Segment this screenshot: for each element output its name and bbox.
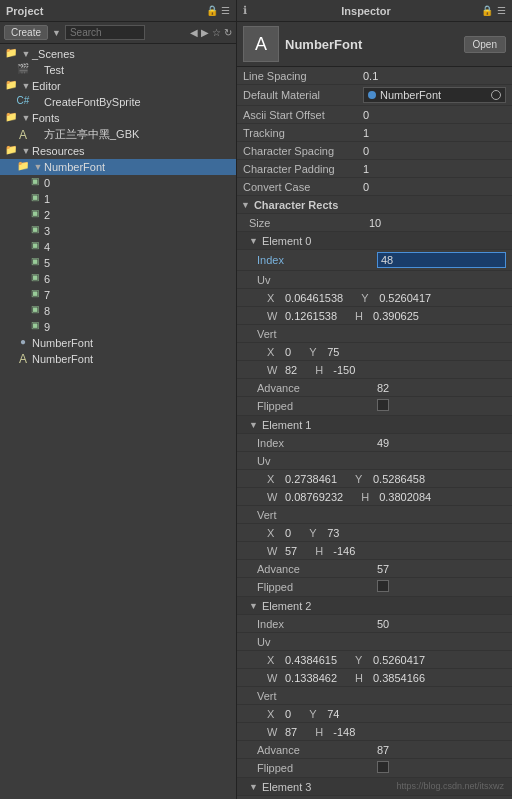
tree-item-num8[interactable]: ▣ 8 [0, 303, 236, 319]
tree-item-num4[interactable]: ▣ 4 [0, 239, 236, 255]
navigate-back-icon[interactable]: ◀ [190, 27, 198, 38]
inspector-icon-left: ℹ [243, 4, 247, 17]
prop-value-advance-1: 57 [377, 563, 506, 575]
sprite-icon: ▣ [28, 224, 42, 238]
tree-item-resources[interactable]: 📁 ▼ Resources [0, 143, 236, 159]
tree-item-num3[interactable]: ▣ 3 [0, 223, 236, 239]
script-icon: C# [16, 95, 30, 109]
tree-item-numberfont-font[interactable]: A NumberFont [0, 351, 236, 367]
lock-inspector-icon[interactable]: 🔒 [481, 5, 493, 16]
watermark: https://blog.csdn.net/itsxwz [396, 781, 504, 791]
inspector-header-icons: 🔒 ☰ [481, 5, 506, 16]
vert-xy-1: X 0 Y 73 [237, 524, 512, 542]
prop-advance-1: Advance 57 [237, 560, 512, 578]
element-1-header[interactable]: ▼ Element 1 [237, 416, 512, 434]
tree-item-scenes[interactable]: 📁 ▼ _Scenes [0, 46, 236, 62]
create-arrow-icon: ▼ [52, 28, 61, 38]
prop-label-index-0: Index [257, 254, 377, 266]
tree-item-num0[interactable]: ▣ 0 [0, 175, 236, 191]
prop-value-ascii-start-offset: 0 [363, 109, 506, 121]
vert-xy-0: X 0 Y 75 [237, 343, 512, 361]
left-panel: Project 🔒 ☰ Create ▼ ◀ ▶ ☆ ↻ 📁 ▼ _Scenes… [0, 0, 237, 799]
prop-value-flipped-1 [377, 580, 506, 594]
prop-value-index-2: 50 [377, 618, 506, 630]
element-2-header[interactable]: ▼ Element 2 [237, 597, 512, 615]
prop-line-spacing: Line Spacing 0.1 [237, 67, 512, 85]
project-title: Project [6, 5, 43, 17]
tree-item-chinese-font[interactable]: A 方正兰亭中黑_GBK [0, 126, 236, 143]
prop-convert-case: Convert Case 0 [237, 178, 512, 196]
right-panel: ℹ Inspector 🔒 ☰ A NumberFont Open Line S… [237, 0, 512, 799]
inspector-body: Line Spacing 0.1 Default Material Number… [237, 67, 512, 799]
prop-value-index-1: 49 [377, 437, 506, 449]
tree-item-editor[interactable]: 📁 ▼ Editor [0, 78, 236, 94]
sprite-icon: ▣ [28, 208, 42, 222]
prop-label-character-spacing: Character Spacing [243, 145, 363, 157]
folder-icon: 📁 [4, 47, 18, 61]
refresh-icon[interactable]: ↻ [224, 27, 232, 38]
prop-value-index-0[interactable] [377, 252, 506, 268]
tree-item-num9[interactable]: ▣ 9 [0, 319, 236, 335]
tree-item-num1[interactable]: ▣ 1 [0, 191, 236, 207]
index-0-input[interactable] [377, 252, 506, 268]
prop-label-flipped-2: Flipped [257, 762, 377, 774]
project-tree: 📁 ▼ _Scenes 🎬 Test 📁 ▼ Editor C# CreateF… [0, 44, 236, 799]
uv-section-label-2: Uv [257, 636, 287, 648]
material-dot-icon [368, 91, 376, 99]
tree-item-fonts[interactable]: 📁 ▼ Fonts [0, 110, 236, 126]
flipped-checkbox-0[interactable] [377, 399, 389, 411]
prop-label-flipped-1: Flipped [257, 581, 377, 593]
tree-item-createfontbysprite[interactable]: C# CreateFontBySprite [0, 94, 236, 110]
prop-character-spacing: Character Spacing 0 [237, 142, 512, 160]
vert-wh-0: W 82 H -150 [237, 361, 512, 379]
vert-section-label-0: Vert [257, 328, 287, 340]
sprite-icon: ▣ [28, 272, 42, 286]
lock-icon[interactable]: 🔒 [206, 5, 218, 16]
asset-header: A NumberFont Open [237, 22, 512, 67]
prop-index-0: Index [237, 250, 512, 271]
menu-icon[interactable]: ☰ [221, 5, 230, 16]
menu-inspector-icon[interactable]: ☰ [497, 5, 506, 16]
sprite-icon: ▣ [28, 192, 42, 206]
prop-index-1: Index 49 [237, 434, 512, 452]
element-1-label: Element 1 [262, 419, 312, 431]
vert-wh-2: W 87 H -148 [237, 723, 512, 741]
folder-icon: 📁 [16, 160, 30, 174]
material-ref[interactable]: NumberFont [363, 87, 506, 103]
open-button[interactable]: Open [464, 36, 506, 53]
create-button[interactable]: Create [4, 25, 48, 40]
prop-label-tracking: Tracking [243, 127, 363, 139]
tree-item-num5[interactable]: ▣ 5 [0, 255, 236, 271]
prop-value-advance-2: 87 [377, 744, 506, 756]
prop-label-flipped-0: Flipped [257, 400, 377, 412]
tree-item-numberfont-folder[interactable]: 📁 ▼ NumberFont [0, 159, 236, 175]
prop-label-character-padding: Character Padding [243, 163, 363, 175]
section-label-character-rects: Character Rects [254, 199, 338, 211]
prop-label-index-1: Index [257, 437, 377, 449]
search-input[interactable] [65, 25, 145, 40]
asset-action-buttons: Open [464, 36, 506, 53]
sprite-icon: ▣ [28, 240, 42, 254]
material-select-icon[interactable] [491, 90, 501, 100]
prop-label-default-material: Default Material [243, 89, 363, 101]
tree-item-num7[interactable]: ▣ 7 [0, 287, 236, 303]
folder-icon: 📁 [4, 111, 18, 125]
tree-item-numberfont-asset[interactable]: ● NumberFont [0, 335, 236, 351]
tree-item-num6[interactable]: ▣ 6 [0, 271, 236, 287]
uv-xy-2: X 0.4384615 Y 0.5260417 [237, 651, 512, 669]
navigate-forward-icon[interactable]: ▶ [201, 27, 209, 38]
flipped-checkbox-2[interactable] [377, 761, 389, 773]
prop-value-tracking: 1 [363, 127, 506, 139]
sprite-icon: ▣ [28, 176, 42, 190]
star-icon[interactable]: ☆ [212, 27, 221, 38]
uv-label-2: Uv [237, 633, 512, 651]
prop-flipped-1: Flipped [237, 578, 512, 597]
flipped-checkbox-1[interactable] [377, 580, 389, 592]
character-rects-section[interactable]: ▼ Character Rects [237, 196, 512, 214]
section-arrow-icon: ▼ [241, 200, 250, 210]
tree-item-test[interactable]: 🎬 Test [0, 62, 236, 78]
uv-wh-1: W 0.08769232 H 0.3802084 [237, 488, 512, 506]
tree-item-num2[interactable]: ▣ 2 [0, 207, 236, 223]
asset-name: NumberFont [285, 37, 458, 52]
element-0-header[interactable]: ▼ Element 0 [237, 232, 512, 250]
